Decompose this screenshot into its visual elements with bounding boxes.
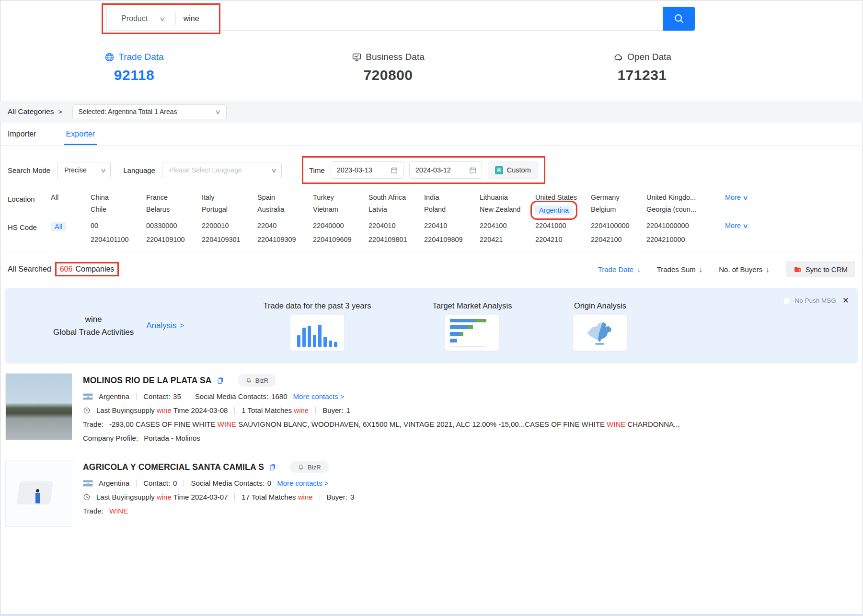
company-name[interactable]: MOLINOS RIO DE LA PLATA SA bbox=[83, 376, 212, 386]
sort-label: Trade Date bbox=[598, 265, 633, 274]
results-header: All Searched 606 Companies Trade Date ↓ … bbox=[0, 252, 863, 284]
location-option[interactable]: United Kingdo... bbox=[646, 194, 723, 201]
copy-icon[interactable] bbox=[269, 463, 276, 471]
hs-code-option[interactable]: 22041000000 bbox=[646, 222, 723, 229]
banner-card-title: Target Market Analysis bbox=[432, 301, 512, 310]
search-input[interactable] bbox=[176, 7, 663, 30]
tab-importer[interactable]: Importer bbox=[8, 123, 36, 145]
company-photo[interactable] bbox=[5, 373, 72, 440]
search-type-select[interactable]: Product ∨ bbox=[107, 14, 175, 23]
no-push-checkbox[interactable] bbox=[783, 297, 790, 304]
hs-code-option[interactable]: 2204101100 bbox=[91, 236, 146, 243]
hs-code-option[interactable]: 2204109100 bbox=[146, 236, 202, 243]
tab-exporter[interactable]: Exporter bbox=[66, 123, 95, 145]
bizr-badge[interactable]: BizR bbox=[290, 461, 328, 473]
search-mode-select[interactable]: Precise ∨ bbox=[57, 162, 111, 178]
hs-code-option[interactable]: 2204010 bbox=[368, 222, 424, 229]
location-option[interactable]: Chile bbox=[91, 205, 146, 213]
hs-code-option[interactable]: 220421 bbox=[480, 236, 535, 243]
search-button[interactable] bbox=[663, 7, 695, 31]
chevron-down-icon: ∨ bbox=[742, 222, 748, 229]
custom-time-button[interactable]: ⌘ Custom bbox=[488, 161, 538, 179]
location-option[interactable]: Australia bbox=[257, 205, 313, 213]
category-bar: All Categories ∨ Selected: Argentina Tot… bbox=[0, 101, 863, 123]
location-option[interactable]: Turkey bbox=[313, 194, 368, 201]
company-card: MOLINOS RIO DE LA PLATA SA BizR Argentin… bbox=[0, 364, 863, 450]
hs-code-more-button[interactable]: More ∨ bbox=[723, 222, 748, 229]
location-option-argentina-selected[interactable]: Argentina bbox=[535, 205, 573, 215]
location-option[interactable]: South Africa bbox=[368, 194, 424, 201]
location-option[interactable]: China bbox=[91, 194, 146, 201]
hs-code-option[interactable]: 22042100 bbox=[591, 236, 646, 243]
copy-icon[interactable] bbox=[217, 376, 224, 384]
location-option[interactable]: Vietnam bbox=[313, 205, 368, 213]
location-option[interactable]: Belgium bbox=[591, 205, 646, 213]
more-contacts-link[interactable]: More contacts > bbox=[293, 392, 345, 400]
stat-open-data[interactable]: Open Data 171231 bbox=[601, 52, 683, 83]
more-contacts-link[interactable]: More contacts > bbox=[277, 479, 328, 487]
hs-code-option[interactable]: 2204109309 bbox=[257, 236, 313, 243]
bizr-badge[interactable]: BizR bbox=[238, 374, 276, 387]
hs-code-option[interactable]: 22040000 bbox=[313, 222, 368, 229]
date-to-input[interactable]: 2024-03-12 bbox=[409, 161, 482, 179]
location-option[interactable]: Lithuania bbox=[480, 194, 535, 201]
company-profile-label: Company Profile: bbox=[83, 434, 138, 442]
location-option[interactable]: New Zealand bbox=[480, 205, 535, 213]
location-option[interactable]: France bbox=[146, 194, 202, 201]
hs-code-option[interactable]: 2204109609 bbox=[313, 236, 368, 243]
location-option[interactable]: Poland bbox=[424, 205, 480, 213]
stat-value: 720800 bbox=[363, 67, 413, 83]
hs-code-option[interactable]: 2204109809 bbox=[424, 236, 480, 243]
chevron-down-icon: ∨ bbox=[742, 194, 748, 201]
argentina-flag-icon bbox=[83, 393, 93, 400]
buyer-label: Buyer: bbox=[327, 493, 347, 501]
hs-code-option-all-selected[interactable]: All bbox=[51, 222, 66, 231]
trade-description: WINE bbox=[109, 507, 128, 515]
hs-code-option[interactable]: 2204109801 bbox=[368, 236, 424, 243]
hs-code-option[interactable]: 2204210000 bbox=[646, 236, 723, 243]
location-option[interactable]: Spain bbox=[257, 194, 313, 201]
location-option[interactable]: Belarus bbox=[146, 205, 202, 213]
hs-code-option[interactable]: 2204100 bbox=[480, 222, 535, 229]
selected-areas-dropdown[interactable]: Selected: Argentina Total 1 Areas ∨ bbox=[72, 104, 227, 119]
hs-code-option[interactable]: 22040 bbox=[257, 222, 313, 229]
close-icon[interactable]: ✕ bbox=[842, 296, 849, 306]
buyer-value: 1 bbox=[346, 406, 350, 414]
sort-no-of-buyers[interactable]: No. of Buyers ↓ bbox=[719, 265, 769, 274]
analysis-link[interactable]: Analysis > bbox=[146, 321, 184, 331]
stat-value: 92118 bbox=[114, 67, 154, 83]
stat-trade-data[interactable]: Trade Data 92118 bbox=[93, 52, 175, 83]
location-option[interactable]: Latvia bbox=[368, 205, 424, 213]
date-from-input[interactable]: 2023-03-13 bbox=[331, 161, 403, 179]
hs-code-option[interactable]: 2200010 bbox=[202, 222, 257, 229]
sort-trade-date[interactable]: Trade Date ↓ bbox=[598, 265, 641, 274]
buyer-label: Buyer: bbox=[322, 406, 343, 414]
hs-code-option[interactable]: 2204109301 bbox=[202, 236, 257, 243]
sort-trades-sum[interactable]: Trades Sum ↓ bbox=[657, 265, 703, 274]
hs-code-option[interactable]: 220410 bbox=[424, 222, 480, 229]
hs-code-option[interactable]: 2204210 bbox=[535, 236, 591, 243]
banner-card-origin[interactable]: Origin Analysis bbox=[573, 301, 627, 351]
company-name[interactable]: AGRICOLA Y COMERCIAL SANTA CAMILA S bbox=[83, 462, 264, 472]
language-select[interactable]: Please Select Language ∨ bbox=[162, 162, 282, 178]
banner-card-target-market[interactable]: Target Market Analysis bbox=[432, 301, 512, 351]
location-option[interactable]: India bbox=[424, 194, 480, 201]
banner-card-trade-data[interactable]: Trade data for the past 3 years bbox=[263, 301, 371, 351]
location-option[interactable]: Germany bbox=[591, 194, 646, 201]
hs-code-option[interactable]: 00330000 bbox=[146, 222, 202, 229]
sync-to-crm-button[interactable]: Sync to CRM bbox=[786, 261, 855, 277]
location-option[interactable]: All bbox=[51, 194, 91, 201]
hs-code-option[interactable]: 00 bbox=[91, 222, 146, 229]
company-photo[interactable] bbox=[5, 460, 72, 527]
top-search-bar: Product ∨ bbox=[0, 0, 863, 31]
location-option[interactable]: Georgia (coun... bbox=[646, 205, 723, 213]
location-option[interactable]: Portugal bbox=[202, 205, 257, 213]
location-option[interactable]: Italy bbox=[202, 194, 257, 201]
hs-code-option[interactable]: 22041000 bbox=[535, 222, 591, 229]
location-more-button[interactable]: More ∨ bbox=[723, 194, 748, 201]
trade-label: Trade: bbox=[83, 507, 104, 515]
hs-code-option[interactable]: 2204100000 bbox=[591, 222, 646, 229]
stat-business-data[interactable]: Business Data 720800 bbox=[347, 52, 429, 83]
location-option[interactable]: United States bbox=[535, 194, 591, 201]
all-categories-link[interactable]: All Categories ∨ bbox=[8, 107, 62, 116]
